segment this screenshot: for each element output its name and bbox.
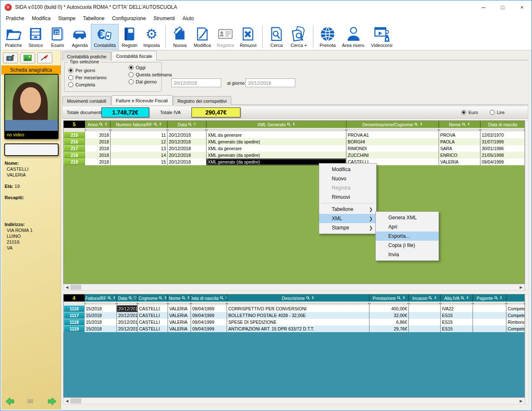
cell[interactable]: VALERIA [168, 305, 191, 312]
cell[interactable]: 6,86€ [369, 319, 409, 325]
cell[interactable]: CASTELLI [138, 325, 168, 332]
cell[interactable]: 14 [111, 152, 168, 159]
filter-cell[interactable]: ▾▾ [369, 302, 409, 305]
sort-icon[interactable]: ⇕ [113, 296, 116, 300]
row-number-button[interactable]: 215 [64, 132, 85, 138]
search-icon[interactable] [494, 296, 498, 301]
row-number-button[interactable]: 1119 [64, 325, 85, 332]
row-number-button[interactable]: 216 [64, 138, 85, 145]
xml-submenu-item-esporta[interactable]: Esporta... [376, 232, 439, 241]
cell[interactable] [409, 319, 441, 325]
column-header-item[interactable] [506, 294, 525, 302]
scroll-left-icon[interactable]: ◀ [64, 284, 70, 290]
cell[interactable]: 20/12/2018 [168, 145, 207, 152]
filter-cell[interactable]: ▾▾ [191, 302, 227, 305]
toolbar-prenota[interactable]: Prenota [316, 24, 339, 49]
xml-submenu-item-genera-xml[interactable]: Genera XML [376, 213, 439, 222]
filter-cell[interactable]: ▾▾ [346, 128, 439, 132]
cell[interactable]: PAOLA [439, 138, 480, 145]
cell[interactable]: 20/12/2018 [117, 325, 138, 332]
cell[interactable]: 15 [111, 159, 168, 165]
cell[interactable] [409, 325, 441, 332]
cell[interactable]: XML generato (da spedire) [207, 138, 346, 145]
search-icon[interactable] [462, 122, 466, 127]
table-row[interactable]: 111915/201820/12/2018CASTELLIVALERIA09/0… [64, 325, 524, 332]
sort-icon[interactable]: ⇕ [292, 122, 295, 126]
search-icon[interactable] [188, 122, 192, 127]
cell[interactable]: XML da generare [207, 132, 346, 138]
close-icon[interactable]: × [512, 0, 532, 14]
mail-icon[interactable]: ✉ [25, 396, 36, 406]
cell[interactable]: XML generato (da spedire) [207, 152, 346, 159]
cell[interactable]: CORRISPETTIVO PER CONVERSIONI [227, 305, 369, 312]
cell[interactable]: SARA [439, 145, 480, 152]
cell[interactable] [473, 305, 506, 312]
cell[interactable]: CASTELLI [138, 319, 168, 325]
row-number-button[interactable]: 219 [64, 159, 85, 165]
upper-vertical-scrollbar[interactable] [525, 120, 529, 291]
cell[interactable]: Competenza [506, 312, 525, 319]
context-menu-item-tabellone[interactable]: Tabellone❯ [319, 205, 376, 214]
column-header-prestazione[interactable]: Prestazione⇕ [369, 294, 409, 302]
sort-icon[interactable]: ⇕ [187, 296, 190, 300]
table-row[interactable]: 21920181520/12/2018XML generato (da sped… [64, 159, 524, 165]
cell[interactable]: 15/2018 [85, 312, 117, 319]
sort-icon[interactable]: ⇕ [467, 122, 470, 126]
toolbar-imposta[interactable]: ⚙Imposta [140, 24, 163, 49]
cell[interactable]: 20/12/2018 [117, 319, 138, 325]
cell[interactable] [473, 312, 506, 319]
cell[interactable]: IVA22 [441, 305, 473, 312]
table-row[interactable]: 21720181320/12/2018XML da generareRIMOND… [64, 145, 524, 152]
column-header-fattura-rf[interactable]: Fattura/RF⇕ [85, 294, 117, 302]
column-header-denominazione-cognome[interactable]: Denominazione/Cognome⇕ [346, 121, 439, 128]
search-icon[interactable] [287, 122, 291, 127]
upper-horizontal-scrollbar[interactable]: ◀ ▶ [63, 284, 525, 291]
cell[interactable]: 2018 [85, 138, 111, 145]
cell[interactable]: 29,76€ [369, 325, 409, 332]
cell[interactable]: 09/04/1999 [191, 305, 227, 312]
sort-icon[interactable]: ⇕ [402, 296, 405, 300]
cell[interactable]: ES15 [441, 312, 473, 319]
cell[interactable]: 20/12/2018 [117, 312, 138, 319]
cell[interactable]: VALERIA [439, 159, 480, 165]
cell[interactable]: 12/02/1970 [480, 132, 525, 138]
column-header-descrizione[interactable]: Descrizione⇕ [227, 294, 369, 302]
cell[interactable]: Competenza [506, 325, 525, 332]
cell[interactable]: 15/2018 [85, 305, 117, 312]
sort-icon[interactable]: ⇕ [434, 296, 437, 300]
column-header-data[interactable]: Data▽ [168, 121, 207, 128]
toolbar-cerca[interactable]: Cerca [266, 24, 287, 49]
cell[interactable]: 12 [111, 138, 168, 145]
cell[interactable]: Rimborso [506, 319, 525, 325]
column-header-incasso[interactable]: Incasso⇕ [409, 294, 441, 302]
cell[interactable]: VALERIA [168, 319, 191, 325]
search-icon[interactable] [154, 122, 158, 127]
cell[interactable]: 09/04/1999 [191, 312, 227, 319]
toolbar-registri[interactable]: Registri [119, 24, 140, 49]
filter-cell[interactable]: ▾▾ [168, 302, 191, 305]
search-icon[interactable] [108, 296, 111, 301]
sort-icon[interactable]: ⇕ [466, 296, 469, 300]
prev-arrow-icon[interactable] [5, 396, 15, 406]
context-menu-item-stampe[interactable]: Stampe❯ [319, 223, 376, 232]
xml-submenu-item-copia-i-file[interactable]: Copia (i file) [376, 241, 439, 250]
column-header-data[interactable]: Data▽ [117, 294, 138, 302]
cell[interactable]: XML da generare [207, 145, 346, 152]
table-row[interactable]: 111615/201820/12/2018CASTELLIVALERIA09/0… [64, 305, 524, 312]
cell[interactable]: 32,00€ [369, 312, 409, 319]
toolbar-storico[interactable]: Storico [25, 24, 46, 49]
context-menu-item-xml[interactable]: XML❯ [319, 214, 376, 223]
sort-icon[interactable]: ⇕ [499, 296, 503, 300]
cell[interactable]: 30/01/1996 [480, 145, 525, 152]
tab-contabilit-fiscale[interactable]: Contabilità fiscale [111, 51, 157, 60]
toolbar-videocorsi[interactable]: Videocorsi [368, 24, 395, 49]
scroll-right-icon[interactable]: ▶ [518, 398, 524, 404]
camera-icon[interactable] [3, 52, 18, 63]
subtab-registro-dei-corrispettivi[interactable]: Registro dei corrispettivi [173, 96, 231, 105]
subtab-movimenti-contabili[interactable]: Movimenti contabili [62, 96, 111, 105]
cell[interactable]: 2018 [85, 152, 111, 159]
radio-per-giorni[interactable]: Per giorni [68, 67, 107, 74]
filter-cell[interactable]: ▾▾ [227, 302, 369, 305]
cell[interactable]: ZUCCHINI [346, 152, 439, 159]
filter-cell[interactable]: ▾▾ [439, 128, 480, 132]
